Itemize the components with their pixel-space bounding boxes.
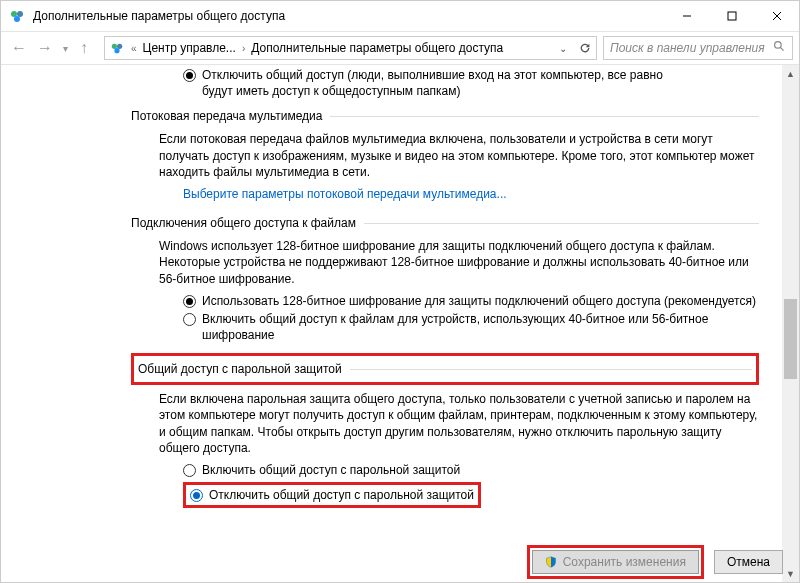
radio-public-sharing-off-label: Отключить общий доступ (люди, выполнивши… — [202, 67, 663, 99]
search-input[interactable]: Поиск в панели управления — [603, 36, 793, 60]
app-icon — [9, 8, 25, 24]
svg-point-0 — [11, 11, 17, 17]
svg-point-7 — [112, 44, 117, 49]
radio-password-on[interactable] — [183, 464, 196, 477]
encryption-128-radio-row: Использовать 128-битное шифрование для з… — [183, 293, 759, 309]
window-title: Дополнительные параметры общего доступа — [33, 9, 285, 23]
radio-password-on-label: Включить общий доступ с парольной защито… — [202, 462, 460, 478]
save-button[interactable]: Сохранить изменения — [532, 550, 699, 574]
content-area: Отключить общий доступ (люди, выполнивши… — [1, 65, 799, 542]
svg-line-11 — [780, 47, 783, 50]
highlight-password-off-radio: Отключить общий доступ с парольной защит… — [183, 480, 759, 510]
highlight-save-button: Сохранить изменения — [527, 545, 704, 579]
radio-encryption-40-56[interactable] — [183, 313, 196, 326]
radio-encryption-128-label: Использовать 128-битное шифрование для з… — [202, 293, 756, 309]
bottom-bar: Сохранить изменения Отмена — [527, 544, 783, 580]
chevron-icon[interactable]: « — [129, 43, 139, 54]
section-file-sharing-text: Windows использует 128-битное шифрование… — [159, 238, 759, 287]
svg-point-8 — [117, 44, 122, 49]
scroll-up-icon[interactable]: ▲ — [782, 65, 799, 82]
breadcrumb-seg-2[interactable]: Дополнительные параметры общего доступа — [247, 41, 507, 55]
history-dropdown-icon[interactable]: ▾ — [63, 43, 68, 54]
titlebar: Дополнительные параметры общего доступа — [1, 1, 799, 31]
section-file-sharing-header: Подключения общего доступа к файлам — [131, 208, 759, 232]
search-placeholder: Поиск в панели управления — [610, 41, 765, 55]
search-icon — [773, 40, 786, 56]
radio-password-off-label: Отключить общий доступ с парольной защит… — [209, 487, 474, 503]
svg-point-10 — [775, 42, 782, 49]
scroll-down-icon[interactable]: ▼ — [782, 565, 799, 582]
forward-button[interactable]: → — [33, 36, 57, 60]
section-media-streaming-header: Потоковая передача мультимедиа — [131, 101, 759, 125]
chevron-right-icon[interactable]: › — [240, 43, 247, 54]
password-on-radio-row: Включить общий доступ с парольной защито… — [183, 462, 759, 478]
radio-encryption-128[interactable] — [183, 295, 196, 308]
cancel-button[interactable]: Отмена — [714, 550, 783, 574]
section-password-header: Общий доступ с парольной защитой — [138, 358, 752, 380]
breadcrumb-dropdown-icon[interactable]: ⌄ — [552, 43, 574, 54]
minimize-button[interactable] — [664, 1, 709, 31]
media-streaming-options-link[interactable]: Выберите параметры потоковой передачи му… — [183, 186, 759, 202]
radio-public-sharing-off[interactable] — [183, 69, 196, 82]
shield-icon — [545, 556, 557, 568]
scroll-thumb[interactable] — [784, 299, 797, 379]
toolbar: ← → ▾ ↑ « Центр управле... › Дополнитель… — [1, 31, 799, 65]
section-password-text: Если включена парольная защита общего до… — [159, 391, 759, 456]
scroll-track[interactable] — [782, 82, 799, 565]
svg-point-9 — [114, 48, 119, 53]
back-button[interactable]: ← — [7, 36, 31, 60]
vertical-scrollbar[interactable]: ▲ ▼ — [782, 65, 799, 582]
up-button[interactable]: ↑ — [72, 36, 96, 60]
refresh-button[interactable] — [574, 41, 596, 55]
radio-password-off[interactable] — [190, 489, 203, 502]
svg-point-2 — [14, 16, 20, 22]
maximize-button[interactable] — [709, 1, 754, 31]
section-media-streaming-text: Если потоковая передача файлов мультимед… — [159, 131, 759, 180]
public-folder-sharing-off-radio-row: Отключить общий доступ (люди, выполнивши… — [183, 67, 759, 99]
svg-point-1 — [17, 11, 23, 17]
encryption-40-56-radio-row: Включить общий доступ к файлам для устро… — [183, 311, 759, 343]
breadcrumb-icon — [109, 40, 125, 56]
breadcrumb-seg-1[interactable]: Центр управле... — [139, 41, 240, 55]
highlight-password-section-header: Общий доступ с парольной защитой — [131, 353, 759, 385]
close-button[interactable] — [754, 1, 799, 31]
radio-encryption-40-56-label: Включить общий доступ к файлам для устро… — [202, 311, 759, 343]
svg-rect-4 — [728, 12, 736, 20]
breadcrumb[interactable]: « Центр управле... › Дополнительные пара… — [104, 36, 597, 60]
